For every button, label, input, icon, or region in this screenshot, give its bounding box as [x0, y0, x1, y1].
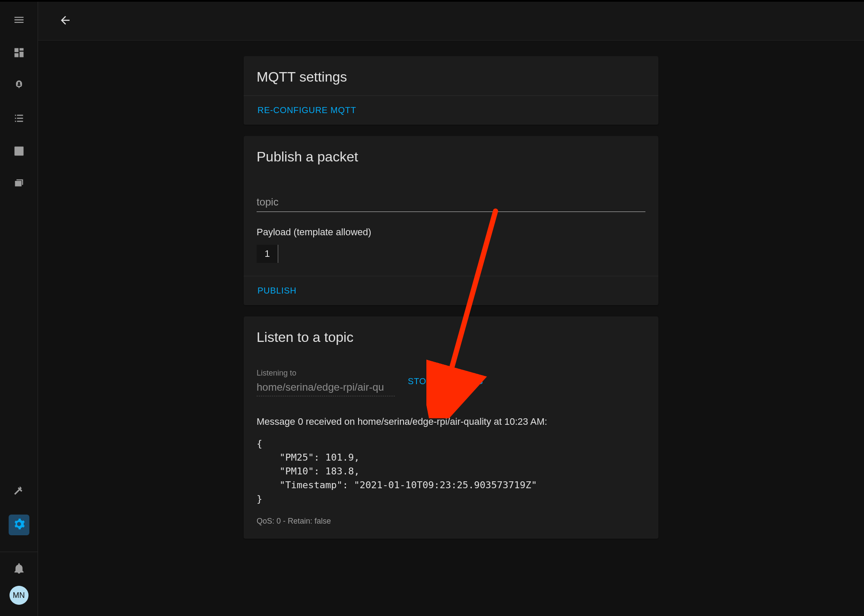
sidebar: MN — [0, 2, 38, 616]
sidebar-item-logbook[interactable] — [9, 109, 29, 130]
sidebar-item-history[interactable] — [9, 142, 29, 162]
listen-row: Listening to STOP LISTENING — [257, 369, 645, 396]
sidebar-item-map[interactable] — [9, 76, 29, 97]
sidebar-item-devtools[interactable] — [9, 482, 29, 502]
sidebar-divider — [0, 552, 38, 552]
qos-retain-line: QoS: 0 - Retain: false — [257, 517, 645, 526]
card-body-listen: Listening to STOP LISTENING Message 0 re… — [244, 356, 658, 539]
topbar — [38, 2, 864, 41]
stop-listening-button[interactable]: STOP LISTENING — [405, 375, 486, 388]
avatar-initials: MN — [13, 591, 25, 600]
publish-button[interactable]: PUBLISH — [255, 284, 299, 297]
received-message-body: { "PM25": 101.9, "PM10": 183.8, "Timesta… — [257, 437, 645, 505]
card-title-publish: Publish a packet — [244, 136, 658, 175]
app-root: MN MQTT settings RE-CONFIGURE MQTT Publi… — [0, 0, 864, 616]
list-icon — [13, 112, 25, 126]
menu-toggle-button[interactable] — [9, 10, 29, 31]
person-pin-icon — [13, 79, 25, 93]
card-title-mqtt: MQTT settings — [244, 56, 658, 95]
arrow-left-icon — [59, 14, 72, 28]
content-scroll[interactable]: MQTT settings RE-CONFIGURE MQTT Publish … — [38, 41, 864, 616]
card-actions-publish: PUBLISH — [244, 276, 658, 305]
sidebar-item-media[interactable] — [9, 174, 29, 195]
publish-payload-input[interactable] — [257, 245, 278, 263]
chart-icon — [13, 145, 25, 159]
bell-icon — [13, 562, 25, 576]
card-actions-mqtt: RE-CONFIGURE MQTT — [244, 95, 658, 125]
menu-icon — [13, 14, 25, 28]
hammer-icon — [13, 485, 25, 499]
card-publish: Publish a packet Payload (template allow… — [244, 136, 658, 305]
sidebar-item-notifications[interactable] — [9, 559, 29, 580]
sidebar-item-overview[interactable] — [9, 43, 29, 64]
publish-topic-input[interactable] — [257, 193, 645, 212]
main-panel: MQTT settings RE-CONFIGURE MQTT Publish … — [38, 2, 864, 616]
sidebar-item-settings[interactable] — [9, 515, 29, 535]
user-avatar[interactable]: MN — [10, 586, 29, 605]
listen-field: Listening to — [257, 369, 395, 396]
card-mqtt-settings: MQTT settings RE-CONFIGURE MQTT — [244, 56, 658, 125]
gear-icon — [13, 518, 25, 532]
dashboard-icon — [13, 47, 25, 60]
listen-topic-input[interactable] — [257, 379, 395, 396]
received-message-summary: Message 0 received on home/serina/edge-r… — [257, 416, 645, 427]
back-button[interactable] — [55, 11, 75, 31]
payload-label: Payload (template allowed) — [257, 227, 645, 238]
card-body-publish: Payload (template allowed) — [244, 175, 658, 276]
media-icon — [13, 178, 25, 192]
reconfigure-mqtt-button[interactable]: RE-CONFIGURE MQTT — [255, 104, 359, 117]
card-listen: Listen to a topic Listening to STOP LIST… — [244, 316, 658, 539]
listening-to-label: Listening to — [257, 369, 395, 378]
card-title-listen: Listen to a topic — [244, 316, 658, 356]
